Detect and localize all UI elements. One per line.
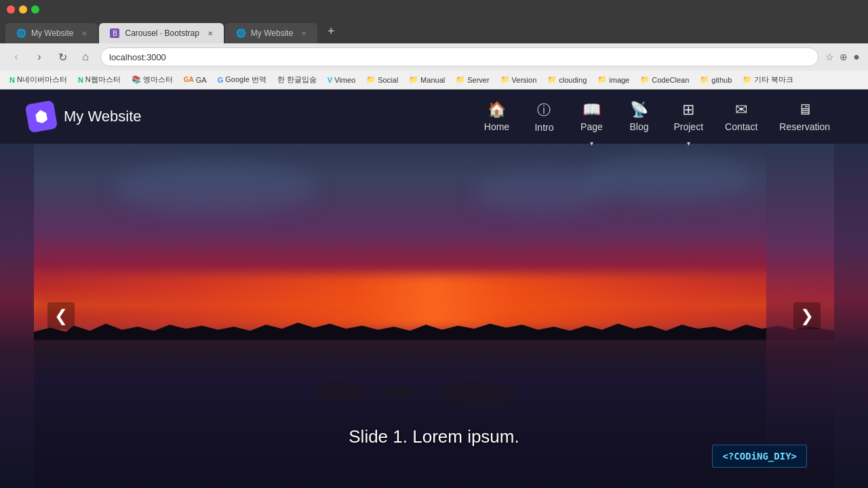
tab-close-1[interactable]: ✕ bbox=[81, 30, 87, 37]
bookmark-codeclean[interactable]: 📁 CodeClean bbox=[636, 74, 693, 85]
bookmark-image[interactable]: 📁 image bbox=[593, 74, 633, 85]
refresh-button[interactable]: ↻ bbox=[54, 49, 71, 65]
extensions-icon[interactable]: ⊕ bbox=[840, 52, 848, 62]
navigation: My Website 🏠 Home ⓘ Intro 📖 Page 📡 Blog bbox=[0, 89, 868, 144]
bookmark-label: Google 번역 bbox=[225, 75, 267, 85]
bookmark-others[interactable]: 📁 기타 북마크 bbox=[738, 73, 797, 86]
bookmark-label: Social bbox=[378, 76, 398, 84]
carousel-next-button[interactable]: ❯ bbox=[793, 302, 821, 329]
bookmark-label: image bbox=[609, 76, 629, 84]
reservation-icon: 🖥 bbox=[797, 101, 812, 119]
bookmark-manual[interactable]: 📁 Manual bbox=[405, 74, 449, 85]
watermark: <?CODiNG_DIY> bbox=[712, 445, 807, 468]
forward-button[interactable]: › bbox=[31, 49, 47, 65]
nav-item-page[interactable]: 📖 Page bbox=[568, 96, 615, 138]
back-button[interactable]: ‹ bbox=[8, 49, 24, 65]
project-icon: ⊞ bbox=[682, 101, 694, 119]
next-arrow-icon: ❯ bbox=[800, 306, 814, 325]
nav-label-project: Project bbox=[673, 121, 703, 132]
nav-item-home[interactable]: 🏠 Home bbox=[473, 96, 520, 138]
profile-icon[interactable]: ● bbox=[853, 51, 860, 63]
bookmark-label: Manual bbox=[420, 76, 445, 84]
tab-close-3[interactable]: ✕ bbox=[301, 30, 307, 37]
bookmark-icon[interactable]: ☆ bbox=[825, 52, 834, 62]
bookmark-vimeo[interactable]: V Vimeo bbox=[323, 75, 359, 85]
carousel-prev-button[interactable]: ❮ bbox=[47, 302, 75, 329]
address-input[interactable] bbox=[100, 47, 818, 66]
tab-title-1: My Website bbox=[31, 28, 73, 38]
bookmark-server[interactable]: 📁 Server bbox=[452, 74, 493, 85]
cloud-1 bbox=[114, 161, 317, 215]
nav-label-contact: Contact bbox=[725, 121, 757, 132]
bookmark-label: N네이버마스터 bbox=[17, 75, 67, 85]
address-bar-icons: ☆ ⊕ ● bbox=[825, 51, 860, 63]
bookmark-label: clouding bbox=[559, 76, 587, 84]
nav-item-contact[interactable]: ✉ Contact bbox=[714, 96, 768, 138]
prev-arrow-icon: ❮ bbox=[54, 306, 68, 325]
home-button[interactable]: ⌂ bbox=[77, 49, 94, 65]
bookmark-label: Version bbox=[512, 76, 537, 84]
bookmark-label: Vimeo bbox=[334, 76, 355, 84]
horizon-glow bbox=[34, 274, 834, 329]
close-button[interactable] bbox=[7, 5, 15, 14]
rock-1 bbox=[314, 382, 368, 402]
new-tab-button[interactable]: + bbox=[321, 22, 340, 41]
website-content: My Website 🏠 Home ⓘ Intro 📖 Page 📡 Blog bbox=[0, 89, 868, 488]
tab-favicon-2: B bbox=[110, 28, 119, 38]
bookmark-google-translate[interactable]: G Google 번역 bbox=[214, 73, 271, 86]
tab-title-2: Carousel · Bootstrap bbox=[125, 28, 199, 38]
nav-item-blog[interactable]: 📡 Blog bbox=[615, 96, 663, 138]
rock-2 bbox=[382, 385, 416, 399]
bookmark-naver-color[interactable]: N N네이버마스터 bbox=[5, 73, 71, 86]
nav-logo[interactable]: My Website bbox=[27, 102, 142, 131]
nav-label-blog: Blog bbox=[629, 121, 648, 132]
home-icon: 🏠 bbox=[488, 101, 506, 119]
maximize-button[interactable] bbox=[31, 5, 39, 14]
bookmark-label: 기타 북마크 bbox=[754, 75, 793, 85]
nav-item-reservation[interactable]: 🖥 Reservation bbox=[768, 96, 841, 138]
carousel: ❮ ❯ Slide 1. Lorem ipsum. <?CODiNG_DIY> bbox=[0, 144, 868, 488]
contact-icon: ✉ bbox=[735, 101, 747, 119]
bookmark-label: Server bbox=[467, 76, 489, 84]
blog-icon: 📡 bbox=[630, 101, 648, 119]
tab-close-2[interactable]: ✕ bbox=[208, 30, 213, 37]
bookmark-social[interactable]: 📁 Social bbox=[362, 74, 402, 85]
nav-label-reservation: Reservation bbox=[779, 121, 830, 132]
nav-links: 🏠 Home ⓘ Intro 📖 Page 📡 Blog ⊞ Proj bbox=[473, 96, 841, 138]
tab-favicon-3: 🌐 bbox=[236, 28, 245, 38]
minimize-button[interactable] bbox=[19, 5, 27, 14]
bookmark-label: 엥마스터 bbox=[143, 75, 173, 85]
bookmark-label: github bbox=[711, 76, 732, 84]
tab-my-website-1[interactable]: 🌐 My Website ✕ bbox=[5, 23, 98, 43]
page-icon: 📖 bbox=[583, 101, 601, 119]
browser-window: 🌐 My Website ✕ B Carousel · Bootstrap ✕ … bbox=[0, 0, 868, 488]
bookmark-ga[interactable]: GA GA bbox=[180, 75, 211, 85]
title-bar bbox=[0, 0, 868, 19]
bookmark-github[interactable]: 📁 github bbox=[696, 74, 736, 85]
tab-title-3: My Website bbox=[251, 28, 293, 38]
bookmark-label: N웹마스터 bbox=[85, 75, 121, 85]
nav-item-project[interactable]: ⊞ Project bbox=[663, 96, 714, 138]
nav-item-intro[interactable]: ⓘ Intro bbox=[520, 96, 568, 138]
nav-label-page: Page bbox=[580, 121, 603, 132]
nav-label-home: Home bbox=[484, 121, 509, 132]
tab-my-website-3[interactable]: 🌐 My Website ✕ bbox=[225, 23, 317, 43]
tab-bar: 🌐 My Website ✕ B Carousel · Bootstrap ✕ … bbox=[0, 19, 868, 43]
bookmark-label: CodeClean bbox=[652, 76, 689, 84]
bookmark-webmaster[interactable]: 📚 엥마스터 bbox=[127, 73, 177, 86]
tab-carousel-bootstrap[interactable]: B Carousel · Bootstrap ✕ bbox=[99, 23, 223, 43]
watermark-text: <?CODiNG_DIY> bbox=[722, 451, 797, 462]
bookmark-label: 한글입숨 bbox=[287, 75, 317, 85]
carousel-main: ❮ ❯ Slide 1. Lorem ipsum. <?CODiNG_DIY> bbox=[34, 144, 834, 488]
intro-icon: ⓘ bbox=[537, 101, 551, 119]
bookmark-naver-webmaster[interactable]: N N웹마스터 bbox=[74, 73, 125, 86]
logo-text: My Website bbox=[64, 108, 142, 125]
tab-favicon-1: 🌐 bbox=[16, 28, 26, 38]
bookmark-clouding[interactable]: 📁 clouding bbox=[543, 74, 591, 85]
rock-3 bbox=[436, 382, 517, 405]
bookmark-version[interactable]: 📁 Version bbox=[496, 74, 541, 85]
address-bar: ‹ › ↻ ⌂ ☆ ⊕ ● bbox=[0, 43, 868, 70]
bookmark-hangul[interactable]: 한 한글입숨 bbox=[273, 73, 321, 86]
bookmarks-bar: N N네이버마스터 N N웹마스터 📚 엥마스터 GA GA G Google … bbox=[0, 70, 868, 89]
nav-label-intro: Intro bbox=[534, 122, 553, 133]
